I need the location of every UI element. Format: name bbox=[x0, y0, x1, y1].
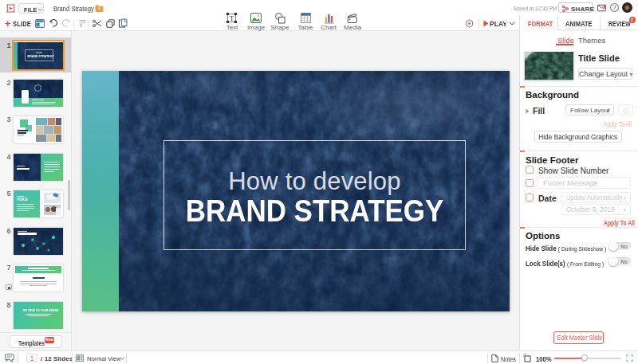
svg-text:T: T bbox=[230, 14, 234, 22]
svg-text:?: ? bbox=[613, 5, 616, 10]
